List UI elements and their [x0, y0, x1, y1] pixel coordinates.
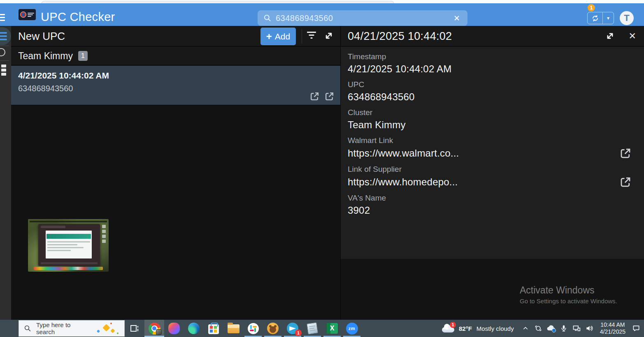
item-upc: 634868943560 [18, 84, 73, 93]
taskbar-copilot[interactable] [164, 320, 184, 337]
clock-date: 4/21/2025 [600, 328, 625, 335]
filter-icon[interactable] [307, 32, 316, 40]
rail-divider [0, 60, 9, 61]
sync-split-button: ▾ [587, 12, 614, 24]
left-rail [0, 26, 11, 320]
detail-card: Timestamp 4/21/2025 10:44:02 AM UPC 6348… [341, 47, 644, 259]
list-title: New UPC [18, 30, 65, 43]
supplier-external-link-icon[interactable] [619, 176, 632, 188]
sync-button[interactable] [588, 12, 603, 24]
rail-divider [0, 46, 9, 46]
taskbar-zoom[interactable]: zm [342, 320, 362, 337]
taskbar-excel[interactable]: X [322, 320, 342, 337]
tray-network-icon[interactable] [572, 324, 581, 333]
screenshot-thumbnail[interactable] [28, 219, 109, 272]
chrome-profile-badge [156, 329, 162, 335]
copilot-icon [168, 323, 180, 334]
search-input[interactable]: 634868943560 [276, 14, 452, 23]
taskbar-telegram[interactable]: 1 [283, 320, 302, 337]
item-timestamp: 4/21/2025 10:44:02 AM [18, 71, 109, 81]
excel-letter: X [330, 325, 335, 332]
tray-meet-now-icon[interactable] [534, 324, 543, 333]
field-cluster: Cluster Team Kimmy [348, 108, 637, 131]
edge-icon [188, 323, 200, 334]
field-label: UPC [348, 80, 637, 89]
field-value: 4/21/2025 10:44:02 AM [348, 63, 451, 75]
cluster-group-count-badge: 1 [78, 51, 88, 60]
field-timestamp: Timestamp 4/21/2025 10:44:02 AM [348, 52, 637, 75]
screen: UPC Checker 634868943560 ✕ 1 ▾ T New UPC [0, 0, 644, 337]
avatar[interactable]: T [620, 11, 634, 25]
list-panel-header: New UPC + Add [11, 26, 340, 46]
taskbar-apps: 1 X zm [125, 320, 362, 337]
zoom-icon: zm [346, 323, 358, 335]
open-supplier-link-icon[interactable] [324, 91, 335, 102]
watermark-subtitle: Go to Settings to activate Windows. [520, 298, 617, 305]
onedrive-sync-dot [552, 328, 556, 332]
cluster-group-row[interactable]: Team Kimmy 1 [11, 47, 340, 65]
taskbar-search[interactable]: Type here to search [19, 320, 125, 337]
weather-condition: Mostly cloudy [477, 325, 514, 332]
action-center-icon[interactable] [632, 324, 641, 333]
thumbnail-dock [34, 267, 103, 270]
rail-menu-icon[interactable] [0, 27, 11, 45]
detail-panel-header: 04/21/2025 10:44:02 ✕ [341, 26, 644, 46]
telegram-badge: 1 [295, 330, 302, 336]
weather-alert-badge: 1 [450, 322, 456, 328]
windows-taskbar: Type here to search [0, 320, 644, 337]
logo-text-lines [28, 13, 34, 17]
taskbar-search-placeholder: Type here to search [36, 321, 90, 335]
header-divider [302, 29, 302, 43]
rail-list-icon[interactable] [0, 65, 7, 77]
walmart-external-link-icon[interactable] [619, 147, 632, 159]
expand-panel-icon[interactable] [323, 30, 335, 42]
browser-top-strip [0, 0, 644, 3]
close-detail-icon[interactable]: ✕ [629, 30, 636, 42]
notepad-icon [307, 322, 318, 334]
tray-chevron-up-icon[interactable] [521, 324, 530, 333]
open-walmart-link-icon[interactable] [309, 91, 320, 102]
taskbar-file-explorer[interactable] [223, 320, 243, 337]
search-highlights-icon[interactable] [95, 322, 119, 335]
search-clear-icon[interactable]: ✕ [452, 14, 462, 23]
field-value[interactable]: https://www.walmart.co... [348, 148, 459, 159]
menu-icon[interactable] [0, 14, 5, 21]
cluster-group-name: Team Kimmy [18, 51, 73, 62]
taskbar-weather[interactable]: 1 82°F Mostly cloudy [442, 323, 514, 333]
field-label: VA's Name [348, 194, 637, 203]
thumbnail-window [38, 224, 100, 266]
tunnelbear-icon [267, 323, 279, 334]
app-title: UPC Checker [41, 10, 115, 24]
thumbnail-text-rows [47, 241, 90, 251]
taskbar-notepad[interactable] [302, 320, 322, 337]
task-view-button[interactable] [125, 320, 144, 337]
tray-volume-icon[interactable] [585, 324, 594, 333]
sync-dropdown-button[interactable]: ▾ [603, 12, 614, 24]
search-icon [263, 14, 272, 22]
taskbar-store[interactable] [204, 320, 223, 337]
weather-temperature: 82°F [459, 325, 472, 332]
upc-list-item-selected[interactable]: 4/21/2025 10:44:02 AM 634868943560 [11, 66, 340, 105]
detail-panel: 04/21/2025 10:44:02 ✕ Timestamp 4/21/202… [340, 26, 644, 320]
thumbnail-window-footer [41, 262, 98, 264]
expand-detail-icon[interactable] [604, 30, 616, 42]
field-label: Walmart Link [348, 136, 637, 145]
taskbar-clock[interactable]: 10:44 AM 4/21/2025 [600, 321, 625, 335]
taskbar-tunnelbear[interactable] [263, 320, 283, 337]
microsoft-store-icon [208, 324, 219, 334]
system-tray: 1 82°F Mostly cloudy [442, 320, 644, 337]
add-button[interactable]: + Add [260, 28, 296, 45]
rail-clock-icon[interactable] [0, 48, 5, 56]
taskbar-edge[interactable] [184, 320, 204, 337]
field-value[interactable]: https://www.homedepo... [348, 176, 458, 188]
taskbar-slack[interactable] [243, 320, 263, 337]
field-walmart-link: Walmart Link https://www.walmart.co... [348, 136, 637, 159]
taskbar-chrome[interactable] [144, 320, 164, 337]
tray-microphone-icon[interactable] [559, 324, 568, 333]
thumbnail-desktop-files [102, 225, 106, 244]
tray-onedrive-icon[interactable] [546, 324, 556, 333]
thumbnail-menubar [30, 221, 107, 222]
search-bar[interactable]: 634868943560 ✕ [258, 10, 467, 26]
add-button-label: Add [275, 32, 290, 42]
weather-cloud-icon: 1 [442, 323, 455, 333]
